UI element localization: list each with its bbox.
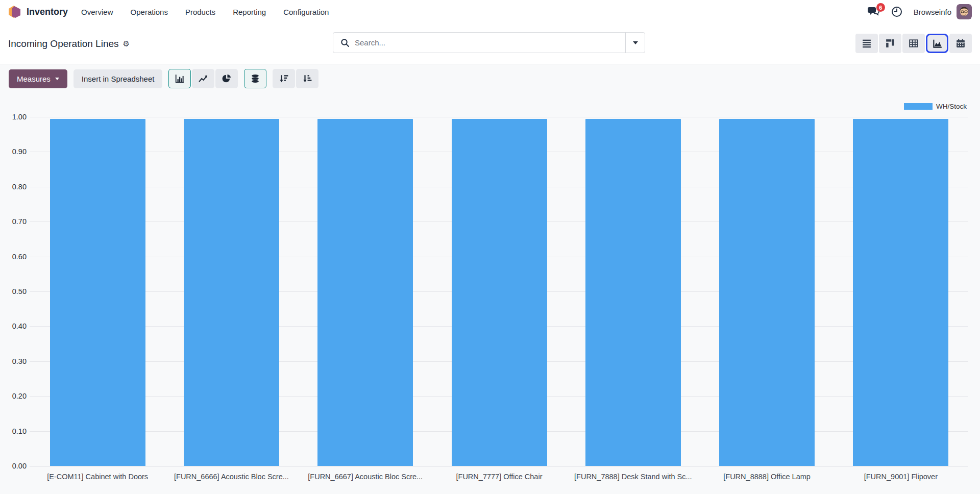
y-tick-label: 0.50 (3, 287, 27, 295)
bar[interactable] (585, 119, 681, 466)
chevron-down-icon (633, 41, 638, 44)
bar[interactable] (184, 119, 279, 466)
activities-button[interactable] (891, 6, 902, 17)
search-bar[interactable] (333, 32, 645, 53)
menu-overview[interactable]: Overview (81, 8, 113, 16)
x-axis-label: [FURN_9001] Flipover (834, 473, 968, 481)
kanban-view-icon (886, 39, 895, 48)
menu-products[interactable]: Products (185, 8, 215, 16)
bar[interactable] (719, 119, 815, 466)
graph-view-icon (933, 39, 942, 48)
menu-reporting[interactable]: Reporting (233, 8, 266, 16)
y-tick-label: 0.40 (3, 322, 27, 330)
main-menu: Overview Operations Products Reporting C… (81, 8, 329, 16)
bar[interactable] (452, 119, 547, 466)
inventory-app-icon (8, 5, 21, 18)
x-axis-label: [FURN_7777] Office Chair (432, 473, 566, 481)
avatar[interactable] (957, 4, 972, 19)
y-tick-label: 1.00 (3, 113, 27, 121)
bar-chart: WH/Stock 0.000.100.200.300.400.500.600.7… (0, 64, 980, 494)
view-switch-pivot[interactable] (902, 34, 925, 53)
breadcrumb: Incoming Operation Lines ⚙ (8, 38, 130, 50)
messages-badge: 6 (876, 3, 885, 12)
y-tick-label: 0.90 (3, 147, 27, 156)
menu-operations[interactable]: Operations (131, 8, 168, 16)
clock-icon (891, 6, 902, 17)
x-axis-label: [FURN_6666] Acoustic Bloc Scre... (164, 473, 298, 481)
pivot-view-icon (909, 39, 918, 48)
app-brand[interactable]: Inventory (8, 5, 68, 18)
app-name[interactable]: Inventory (27, 7, 68, 17)
view-switch-kanban[interactable] (879, 34, 901, 53)
x-axis-label: [FURN_6667] Acoustic Bloc Scre... (299, 473, 432, 481)
search-icon (340, 38, 350, 47)
bar[interactable] (853, 119, 948, 466)
user-name: Browseinfo (914, 8, 951, 16)
messages-button[interactable]: 6 (868, 7, 880, 17)
search-dropdown-toggle[interactable] (625, 33, 645, 53)
gear-icon[interactable]: ⚙ (123, 40, 130, 47)
bar[interactable] (317, 119, 413, 466)
view-switch-list[interactable] (855, 34, 878, 53)
y-tick-label: 0.20 (3, 392, 27, 400)
view-switcher (855, 34, 972, 53)
chart-legend[interactable]: WH/Stock (904, 103, 967, 110)
top-navbar: Inventory Overview Operations Products R… (0, 0, 980, 23)
list-view-icon (862, 39, 871, 48)
y-tick-label: 0.10 (3, 427, 27, 435)
search-input[interactable] (355, 38, 625, 47)
y-tick-label: 0.70 (3, 217, 27, 226)
user-menu[interactable]: Browseinfo (914, 4, 972, 19)
bar[interactable] (50, 119, 145, 466)
calendar-view-icon (956, 39, 965, 48)
x-axis-label: [E-COM11] Cabinet with Doors (31, 473, 164, 481)
gridline (30, 117, 968, 117)
y-tick-label: 0.00 (3, 462, 27, 470)
x-axis-label: [FURN_8888] Office Lamp (700, 473, 834, 481)
page-title: Incoming Operation Lines (8, 38, 119, 50)
y-tick-label: 0.80 (3, 183, 27, 191)
topbar-right: 6 Browseinfo (868, 4, 972, 19)
view-switch-calendar[interactable] (949, 34, 972, 53)
legend-label: WH/Stock (936, 103, 967, 110)
x-axis-label: [FURN_7888] Desk Stand with Sc... (566, 473, 700, 481)
legend-swatch (904, 103, 933, 110)
y-tick-label: 0.60 (3, 253, 27, 261)
view-switch-graph[interactable] (926, 34, 948, 53)
gridline (30, 466, 968, 466)
main-content: Measures Insert in Spreadsheet (0, 64, 980, 494)
control-panel: Incoming Operation Lines ⚙ (0, 23, 980, 64)
menu-configuration[interactable]: Configuration (283, 8, 329, 16)
y-tick-label: 0.30 (3, 357, 27, 365)
